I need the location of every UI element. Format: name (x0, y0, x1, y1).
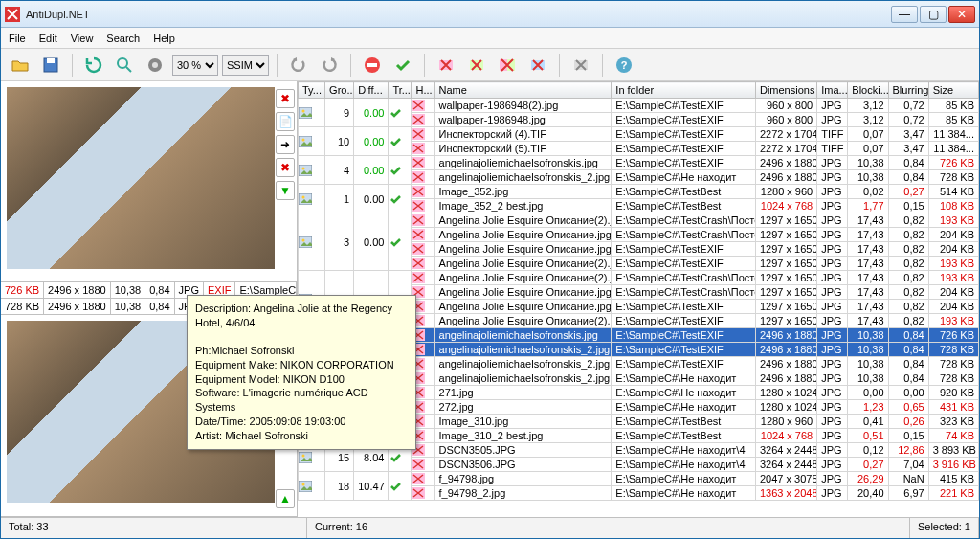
table-row[interactable]: 40.00angelinajoliemichaelsofronskis.jpgE… (299, 156, 979, 170)
svg-rect-64 (299, 481, 312, 492)
svg-point-61 (302, 454, 305, 457)
table-row[interactable]: 30.00Angelina Jolie Esquire Описание(2).… (299, 271, 979, 285)
delete3-button[interactable] (524, 52, 551, 79)
col-3[interactable]: Tr... (389, 82, 412, 99)
svg-rect-16 (299, 107, 312, 119)
delete-both-icon[interactable]: ✖ (276, 158, 295, 177)
accept-button[interactable] (390, 52, 416, 79)
svg-rect-32 (299, 236, 312, 248)
col-10[interactable]: Blurring (888, 82, 928, 99)
preview-image-1[interactable] (7, 87, 275, 269)
help-button[interactable]: ? (611, 52, 637, 79)
menu-search[interactable]: Search (106, 33, 140, 44)
titlebar[interactable]: AntiDupl.NET — ▢ ✕ (1, 1, 979, 28)
minimize-button[interactable]: — (891, 6, 918, 23)
table-row[interactable]: 30.00Angelina Jolie Esquire Описание(2).… (299, 213, 979, 228)
svg-text:?: ? (621, 59, 628, 71)
svg-rect-2 (47, 58, 55, 63)
menu-file[interactable]: File (9, 33, 26, 44)
col-6[interactable]: In folder (612, 82, 756, 99)
col-4[interactable]: H... (412, 82, 434, 99)
menu-edit[interactable]: Edit (39, 33, 57, 44)
arrow-down-icon[interactable]: ▼ (276, 181, 295, 200)
svg-rect-24 (299, 165, 312, 176)
delete-both-button[interactable] (494, 52, 521, 79)
mistake-button[interactable] (568, 52, 594, 79)
size-top: 726 KB (1, 282, 44, 298)
svg-rect-28 (299, 193, 312, 205)
save-button[interactable] (37, 52, 64, 79)
col-7[interactable]: Dimensions (755, 82, 816, 99)
toolbar: 30 % SSIM ? (1, 49, 979, 81)
status-current: Current: 16 (307, 518, 910, 538)
menubar: File Edit View Search Help (1, 28, 979, 49)
col-5[interactable]: Name (434, 82, 612, 99)
svg-rect-7 (368, 63, 377, 67)
stop-button[interactable] (359, 52, 386, 79)
open-button[interactable] (7, 52, 33, 79)
close-button[interactable]: ✕ (948, 6, 975, 23)
app-icon (5, 7, 20, 22)
svg-point-5 (152, 62, 158, 68)
preview-top: ✖ 📄 ➜ ✖ ▼ (1, 81, 297, 282)
svg-point-33 (302, 238, 305, 241)
statusbar: Total: 33 Current: 16 Selected: 1 (1, 517, 979, 538)
app-window: AntiDupl.NET — ▢ ✕ File Edit View Search… (0, 0, 980, 539)
svg-point-25 (302, 167, 305, 169)
method-select[interactable]: SSIM (222, 55, 269, 76)
svg-point-3 (118, 58, 127, 68)
redo-button[interactable] (316, 52, 343, 79)
table-row[interactable]: 90.00wallpaper-1986948(2).jpgE:\SampleC#… (299, 99, 979, 113)
col-11[interactable]: Size (928, 82, 978, 99)
arrow-up-icon[interactable]: ▲ (276, 489, 295, 508)
delete1-button[interactable] (433, 52, 459, 79)
col-9[interactable]: Blocki... (848, 82, 888, 99)
exif-tooltip: Description: Angelina Jolie at the Regen… (187, 295, 416, 450)
table-row[interactable]: 1810.47f_94798.jpgE:\SampleC#\Не находит… (299, 472, 979, 486)
refresh-button[interactable] (80, 52, 107, 79)
table-row[interactable]: 10.00Image_352.jpgE:\SampleC#\TestBest12… (299, 185, 979, 199)
col-0[interactable]: Ty... (299, 82, 325, 99)
app-title: AntiDupl.NET (26, 9, 891, 20)
col-8[interactable]: Ima... (817, 82, 848, 99)
undo-button[interactable] (285, 52, 312, 79)
svg-rect-60 (299, 452, 312, 463)
svg-point-65 (302, 483, 305, 485)
menu-help[interactable]: Help (153, 33, 175, 44)
zoom-select[interactable]: 30 % (172, 55, 218, 76)
search-button[interactable] (111, 52, 138, 79)
svg-point-29 (302, 195, 305, 198)
rename-first-icon[interactable]: 📄 (276, 112, 295, 131)
delete-first-icon[interactable]: ✖ (276, 89, 295, 108)
status-total: Total: 33 (1, 518, 307, 538)
table-row[interactable]: 100.00Инспекторский (4).TIFE:\SampleC#\T… (299, 127, 979, 142)
col-1[interactable]: Gro... (325, 82, 354, 99)
svg-point-17 (302, 109, 305, 112)
status-selected: Selected: 1 (910, 518, 979, 538)
maximize-button[interactable]: ▢ (920, 6, 947, 23)
menu-view[interactable]: View (71, 33, 94, 44)
move-first-icon[interactable]: ➜ (276, 135, 295, 154)
svg-point-21 (302, 138, 305, 141)
options-button[interactable] (142, 52, 168, 79)
svg-rect-20 (299, 136, 312, 147)
delete2-button[interactable] (463, 52, 490, 79)
col-2[interactable]: Diff... (354, 82, 389, 99)
